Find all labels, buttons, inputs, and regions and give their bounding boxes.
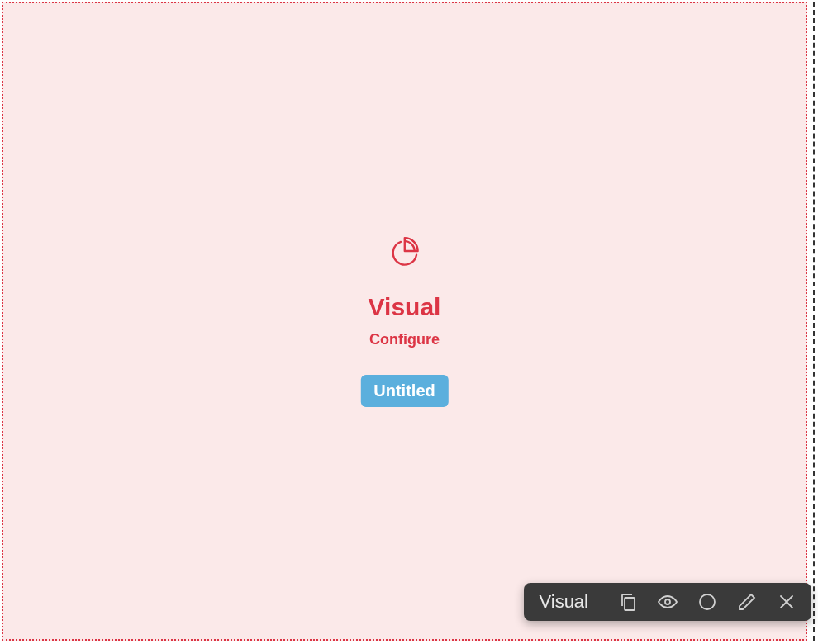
widget-toolbar: Visual: [524, 583, 811, 621]
toolbar-widget-label: Visual: [539, 591, 588, 613]
widget-name-badge[interactable]: Untitled: [360, 375, 448, 407]
copy-icon[interactable]: [618, 592, 638, 612]
widget-type-title: Visual: [369, 293, 441, 321]
circle-icon[interactable]: [697, 592, 717, 612]
pie-chart-icon: [389, 235, 421, 267]
side-panel-drag-edge[interactable]: [813, 2, 816, 641]
configure-link[interactable]: Configure: [369, 331, 440, 348]
close-icon[interactable]: [777, 592, 797, 612]
canvas-widget-placeholder[interactable]: Visual Configure Untitled: [2, 2, 807, 641]
svg-point-2: [700, 594, 715, 609]
widget-center-content: Visual Configure Untitled: [360, 235, 448, 407]
edit-pencil-icon[interactable]: [737, 592, 757, 612]
svg-point-1: [665, 599, 670, 604]
svg-rect-0: [625, 598, 635, 610]
eye-icon[interactable]: [658, 592, 678, 612]
